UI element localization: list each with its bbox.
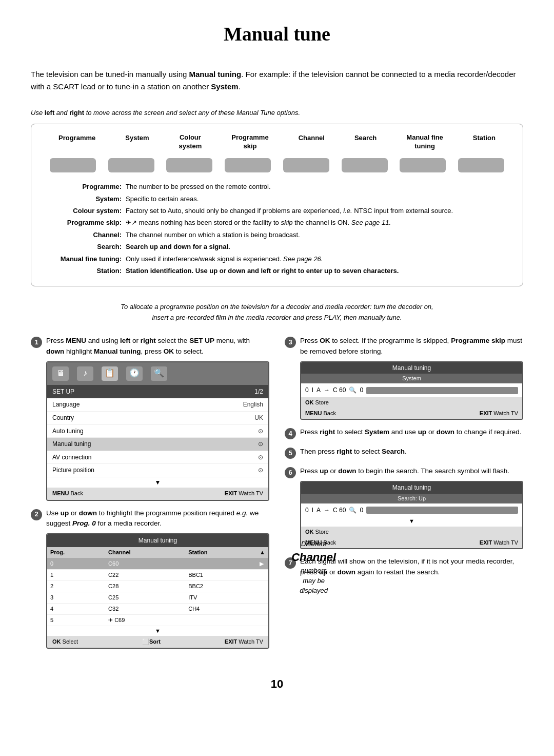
steps-right-col: 3 Press OK to select. If the programme i… — [285, 336, 523, 656]
step-6: 6 Press up or down to begin the search. … — [285, 466, 523, 549]
setup-icons-row: 🖥 ♪ 📋 🕐 🔍 — [47, 362, 268, 385]
btn-station — [458, 158, 504, 172]
desc-station: Station: Station identification. Use up … — [44, 265, 510, 277]
tuning-table: Prog. Channel Station ▲ 0 C60 ▶ — [47, 547, 268, 626]
tuning-row-5: 5 ✈ C69 — [47, 615, 268, 626]
icon-settings: 📋 — [102, 366, 118, 381]
setup-footer: MENU Back EXIT Watch TV — [47, 488, 268, 499]
setup-screen: 🖥 ♪ 📋 🕐 🔍 SET UP 1/2 Language English — [46, 361, 269, 501]
intro-text-after: . — [239, 82, 241, 91]
setup-row-manualtuning: Manual tuning ⊙ — [47, 438, 268, 451]
setup-row-autotuning: Auto tuning ⊙ — [47, 425, 268, 438]
bar-header-1: Manual tuning — [301, 362, 522, 374]
icon-music: ♪ — [77, 366, 93, 381]
tuning-table-screen: Manual tuning Prog. Channel Station ▲ — [46, 533, 269, 649]
step-4-num: 4 — [285, 428, 296, 439]
bar-header-2: Manual tuning — [301, 482, 522, 494]
setup-row-country: Country UK — [47, 412, 268, 425]
step-6-num: 6 — [285, 467, 296, 478]
step-6-content: Press up or down to begin the search. Th… — [300, 466, 523, 549]
col-channel-h: Channel — [105, 547, 185, 558]
options-box: Programme System Coloursystem Programmes… — [31, 124, 523, 286]
setup-header: SET UP 1/2 — [47, 385, 268, 399]
intro-paragraph: The television can be tuned-in manually … — [31, 68, 523, 93]
desc-programme: Programme: The number to be pressed on t… — [44, 181, 510, 192]
desc-search: Search: Search up and down for a signal. — [44, 241, 510, 253]
btn-system — [108, 158, 154, 172]
col-prog: Prog. — [47, 547, 105, 558]
col-programme: Programme — [58, 133, 95, 151]
bar-items-2: 0 I A → C 60 🔍 0 — [301, 503, 522, 517]
setup-row-picture: Picture position ⊙ — [47, 464, 268, 477]
step-5: 5 Then press right to select Search. — [285, 447, 523, 459]
icon-tv: 🖥 — [52, 366, 69, 381]
tuning-row-2: 2 C28 BBC2 — [47, 581, 268, 592]
step-2: 2 Use up or down to highlight the progra… — [31, 508, 269, 649]
desc-colour-system: Colour system: Factory set to Auto, shou… — [44, 205, 510, 217]
tuning-table-footer: OK Select ⬜Sort EXIT Watch TV — [47, 636, 268, 648]
col-channel: Channel — [299, 133, 325, 151]
col-colour-system: Coloursystem — [179, 133, 202, 151]
btn-programme — [50, 158, 96, 172]
col-manual-fine-tuning: Manual finetuning — [406, 133, 443, 151]
icon-clock: 🕐 — [126, 366, 143, 381]
desc-channel: Channel: The channel number on which a s… — [44, 229, 510, 241]
btn-colour — [166, 158, 212, 172]
tuning-row-3: 3 C25 ITV — [47, 592, 268, 604]
steps-columns: 1 Press MENU and using left or right sel… — [31, 336, 523, 656]
intro-bold1: Manual tuning — [189, 70, 242, 79]
diff-channel-label: Different Channel numbersmay bedisplayed — [291, 539, 336, 596]
bar-items-1: 0 I A → C 60 🔍 0 — [301, 383, 522, 397]
setup-row-av: AV connection ⊙ — [47, 451, 268, 464]
desc-programme-skip: Programme skip: ✈↗ means nothing has bee… — [44, 217, 510, 228]
page-number: 10 — [31, 676, 523, 692]
col-arrow: ▲ — [256, 547, 268, 558]
col-station: Station — [473, 133, 496, 151]
step-4-content: Press right to select System and use up … — [300, 427, 523, 438]
bar-subheader-2: Search: Up — [301, 494, 522, 503]
column-headers-row: Programme System Coloursystem Programmes… — [44, 133, 510, 151]
btn-search — [342, 158, 388, 172]
tuning-table-header: Manual tuning — [47, 534, 268, 547]
page-title: Manual tune — [31, 21, 523, 48]
col-search: Search — [354, 133, 377, 151]
bar-footer-1: OK Store — [301, 397, 522, 408]
setup-page: 1/2 — [254, 387, 263, 397]
diff-channel-big: Channel — [291, 551, 336, 564]
bar-footer-2: OK Store — [301, 527, 522, 537]
bar-subheader-1: System — [301, 374, 522, 383]
setup-title: SET UP — [52, 387, 74, 397]
step-1-content: Press MENU and using left or right selec… — [46, 336, 269, 501]
step-5-content: Then press right to select Search. — [300, 447, 523, 457]
desc-manual-fine: Manual fine tuning: Only used if interfe… — [44, 253, 510, 265]
tuning-row-1: 1 C22 BBC1 — [47, 570, 268, 581]
button-row — [44, 158, 510, 172]
step-4: 4 Press right to select System and use u… — [285, 427, 523, 439]
col-system: System — [125, 133, 149, 151]
col-programme-skip: Programmeskip — [231, 133, 268, 151]
btn-progskip — [225, 158, 271, 172]
step-5-num: 5 — [285, 448, 296, 459]
step-3-num: 3 — [285, 337, 296, 348]
desc-system: System: Specific to certain areas. — [44, 193, 510, 205]
step-2-content: Use up or down to highlight the programm… — [46, 508, 269, 649]
allocate-note: To allocate a programme position on the … — [31, 302, 523, 323]
steps-left-col: 1 Press MENU and using left or right sel… — [31, 336, 269, 656]
intro-bold2: System — [211, 82, 238, 91]
icon-search: 🔍 — [151, 366, 167, 381]
setup-row-language: Language English — [47, 398, 268, 412]
tuning-row-4: 4 C32 CH4 — [47, 604, 268, 615]
btn-channel — [283, 158, 329, 172]
intro-text-before: The television can be tuned-in manually … — [31, 70, 189, 79]
descriptions-list: Programme: The number to be pressed on t… — [44, 181, 510, 277]
step-1: 1 Press MENU and using left or right sel… — [31, 336, 269, 501]
italic-note: Use left and right to move across the sc… — [31, 108, 523, 118]
col-station-h: Station — [185, 547, 256, 558]
step-1-num: 1 — [31, 337, 42, 348]
step-2-num: 2 — [31, 509, 42, 520]
bar-segment-2 — [366, 507, 518, 514]
tuning-bar-screen-1: Manual tuning System 0 I A → C 60 🔍 0 OK… — [300, 361, 523, 420]
btn-manfine — [400, 158, 446, 172]
step-3: 3 Press OK to select. If the programme i… — [285, 336, 523, 420]
bar-segment — [366, 387, 518, 394]
